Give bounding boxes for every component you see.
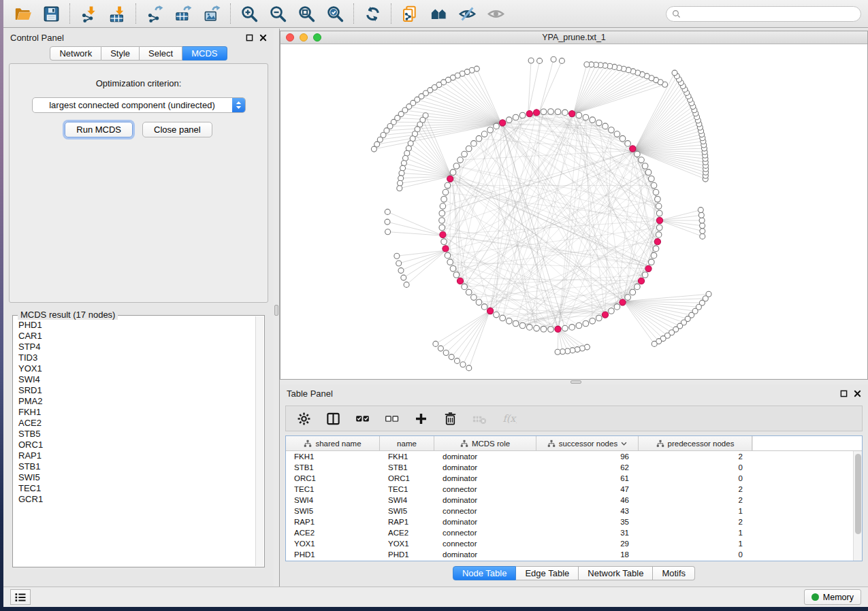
mcds-result-item[interactable]: STB1 <box>18 461 250 472</box>
add-button[interactable] <box>411 409 430 428</box>
network-view-window: YPA_prune.txt_1 <box>280 31 868 380</box>
close-panel-icon[interactable] <box>854 390 861 397</box>
tab-network[interactable]: Network <box>50 46 101 61</box>
destroy-table-button <box>470 409 489 428</box>
vertical-splitter[interactable] <box>274 29 280 587</box>
tab-node-table[interactable]: Node Table <box>453 566 517 580</box>
mcds-result-item[interactable]: FKH1 <box>18 407 250 418</box>
tab-motifs[interactable]: Motifs <box>653 566 695 580</box>
column-label: name <box>397 440 417 448</box>
table-row[interactable]: STB1STB1dominator620 <box>286 462 862 473</box>
table-row[interactable]: RAP1RAP1dominator352 <box>286 516 862 527</box>
hide-unselected-button[interactable] <box>455 2 479 25</box>
table-row[interactable]: SWI5SWI5connector431 <box>286 506 862 516</box>
import-network-button[interactable] <box>76 2 101 25</box>
search-input[interactable] <box>684 9 855 18</box>
zoom-out-button[interactable] <box>266 2 290 25</box>
network-graph[interactable] <box>280 44 867 379</box>
zoom-selected-button[interactable] <box>323 2 347 25</box>
zoom-fit-button[interactable] <box>294 2 319 25</box>
mcds-result-item[interactable]: PHD1 <box>18 320 250 331</box>
delete-button[interactable] <box>440 409 460 428</box>
column-header-name[interactable]: name <box>380 436 434 450</box>
mcds-list-scrollbar[interactable] <box>255 316 263 566</box>
horizontal-splitter[interactable] <box>280 380 868 384</box>
column-header-successor-nodes[interactable]: successor nodes <box>536 436 639 450</box>
table-panel: Table Panel f(x) shared namenameMCDS rol… <box>280 384 868 587</box>
table-panel-titlebar: Table Panel <box>280 384 868 402</box>
run-mcds-button[interactable]: Run MCDS <box>65 122 133 137</box>
table-row[interactable]: ACE2ACE2connector311 <box>286 527 862 538</box>
cell-name: PHD1 <box>380 550 434 559</box>
mcds-result-item[interactable]: SWI4 <box>18 374 250 385</box>
scrollbar-thumb[interactable] <box>855 454 861 534</box>
overview-window-button[interactable] <box>426 2 451 25</box>
splitter-grip[interactable] <box>570 380 581 384</box>
column-header-shared-name[interactable]: shared name <box>286 436 380 450</box>
export-network-button[interactable] <box>142 2 167 25</box>
close-panel-icon[interactable] <box>259 34 267 42</box>
export-table-button[interactable] <box>171 2 195 25</box>
table-scrollbar[interactable] <box>853 451 862 561</box>
column-header-MCDS-role[interactable]: MCDS role <box>434 436 536 450</box>
refresh-view-button[interactable] <box>360 2 385 25</box>
clone-network-button[interactable] <box>398 2 422 25</box>
close-panel-button[interactable]: Close panel <box>142 122 212 137</box>
float-panel-icon[interactable] <box>840 390 848 397</box>
mcds-result-list[interactable]: PHD1CAR1STP4TID3YOX1SWI4SRD1PMA2FKH1ACE2… <box>14 317 255 566</box>
mcds-result-item[interactable]: YOX1 <box>18 363 250 374</box>
tab-select[interactable]: Select <box>140 46 182 61</box>
mcds-result-item[interactable]: ORC1 <box>18 440 250 450</box>
mcds-result-item[interactable]: TID3 <box>18 352 250 363</box>
mcds-result-item[interactable]: CAR1 <box>18 331 250 342</box>
mcds-result-item[interactable]: ACE2 <box>18 418 250 429</box>
mcds-result-item[interactable]: TEC1 <box>18 483 250 494</box>
tab-style[interactable]: Style <box>101 46 140 61</box>
tab-network-table[interactable]: Network Table <box>579 566 653 580</box>
mcds-result-item[interactable]: SWI5 <box>18 472 250 483</box>
export-image-button[interactable] <box>199 2 224 25</box>
import-table-icon <box>108 5 127 23</box>
fx-icon: f(x) <box>501 411 517 427</box>
table-row[interactable]: PHD1PHD1dominator180 <box>286 549 862 560</box>
export-image-icon <box>203 5 221 23</box>
mcds-result-item[interactable]: PMA2 <box>18 396 250 407</box>
mcds-result-item[interactable]: STB5 <box>18 429 250 440</box>
cell-successor-nodes: 31 <box>536 529 639 537</box>
table-row[interactable]: SWI4SWI4dominator462 <box>286 495 862 506</box>
column-header-predecessor-nodes[interactable]: predecessor nodes <box>639 436 752 450</box>
mcds-result-item[interactable]: GCR1 <box>18 494 250 505</box>
select-all-button[interactable] <box>353 409 372 428</box>
save-session-button[interactable] <box>39 2 63 25</box>
fx-button: f(x) <box>499 409 518 428</box>
tab-edge-table[interactable]: Edge Table <box>516 566 579 580</box>
table-row[interactable]: ORC1ORC1dominator610 <box>286 473 862 484</box>
table-row[interactable]: YOX1YOX1connector291 <box>286 538 862 549</box>
task-history-button[interactable] <box>10 589 31 605</box>
table-row[interactable]: FKH1FKH1dominator962 <box>286 451 862 462</box>
mcds-result-item[interactable]: SRD1 <box>18 385 250 396</box>
search-box[interactable] <box>666 6 861 22</box>
cell-predecessor-nodes: 1 <box>639 540 752 548</box>
show-all-button[interactable] <box>483 2 508 25</box>
columns-button[interactable] <box>323 409 342 428</box>
open-file-button[interactable] <box>10 2 35 25</box>
mcds-result-item[interactable]: RAP1 <box>18 450 250 461</box>
column-label: successor nodes <box>559 440 617 448</box>
deselect-all-button[interactable] <box>382 409 401 428</box>
splitter-grip[interactable] <box>274 305 278 316</box>
select-stepper-icon <box>232 97 245 113</box>
memory-button[interactable]: Memory <box>804 589 861 605</box>
float-panel-icon[interactable] <box>246 34 253 42</box>
network-canvas[interactable] <box>280 44 867 379</box>
optimization-select[interactable]: largest connected component (undirected) <box>32 97 246 113</box>
mcds-result-item[interactable]: STP4 <box>18 342 250 352</box>
import-table-button[interactable] <box>105 2 129 25</box>
tab-mcds[interactable]: MCDS <box>182 46 227 61</box>
table-row[interactable]: TEC1TEC1connector472 <box>286 484 862 495</box>
open-file-icon <box>14 5 32 23</box>
zoom-in-button[interactable] <box>237 2 261 25</box>
delete-icon <box>443 411 458 427</box>
memory-status-icon <box>811 593 819 601</box>
settings-button[interactable] <box>294 409 313 428</box>
